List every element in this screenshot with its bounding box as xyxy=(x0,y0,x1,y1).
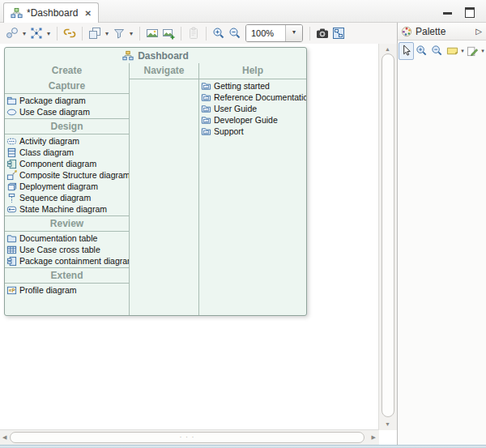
filters-button-dropdown-icon[interactable]: ▾ xyxy=(127,30,135,37)
dashboard-item[interactable]: Deployment diagram xyxy=(5,181,129,192)
copy-appearance-button-dropdown-icon[interactable]: ▾ xyxy=(103,30,111,37)
containment-icon xyxy=(6,256,17,267)
paste-button[interactable] xyxy=(185,24,202,42)
scroll-right-icon[interactable]: ▶ xyxy=(372,434,376,440)
select-tool[interactable] xyxy=(399,42,414,60)
dashboard-column-help: HelpGetting startedReference Documentati… xyxy=(198,63,306,315)
zoom-in-icon xyxy=(212,27,225,40)
dashboard-item[interactable]: Use Case diagram xyxy=(5,106,129,117)
funnel-icon xyxy=(113,27,126,40)
dashboard-item-label: Sequence diagram xyxy=(19,193,91,203)
zoom-in-button[interactable] xyxy=(211,24,227,42)
dashboard-column-navigate: Navigate xyxy=(129,63,198,315)
dashboard-item[interactable]: Use Case cross table xyxy=(5,244,129,255)
diagram-nodes-button-dropdown-icon[interactable]: ▾ xyxy=(20,30,28,37)
dashboard-item[interactable]: «PProfile diagram xyxy=(5,284,129,296)
zoom-out-button[interactable] xyxy=(227,24,243,42)
scroll-down-icon[interactable]: ▼ xyxy=(385,421,390,427)
palette-expand-icon[interactable]: ▷ xyxy=(475,27,483,36)
filters-button[interactable] xyxy=(111,24,127,42)
horizontal-scrollbar[interactable]: ◀ ▶ xyxy=(0,429,379,445)
palette-toolbar: ▾▾ xyxy=(398,41,486,61)
composite-icon xyxy=(6,170,17,181)
annotation-edit-tool[interactable] xyxy=(465,42,480,60)
dashboard-icon xyxy=(122,50,134,62)
zoom-level-combo[interactable]: 100%▾ xyxy=(245,24,303,42)
cursor-icon xyxy=(400,45,412,57)
helpfolder-icon xyxy=(201,104,211,114)
scroll-left-icon[interactable]: ◀ xyxy=(2,434,6,440)
dashboard-item[interactable]: Composite Structure diagram xyxy=(5,169,129,181)
horizontal-scrollbar-thumb[interactable] xyxy=(10,432,364,443)
section-header-design: Design xyxy=(5,119,129,134)
tab-dashboard[interactable]: *Dashboard ✕ xyxy=(3,2,99,23)
image-icon xyxy=(146,27,159,40)
palette-header[interactable]: Palette ▷ xyxy=(398,23,486,41)
camera-icon xyxy=(316,27,329,40)
svg-text:«P: «P xyxy=(9,287,16,292)
helpfolder-icon xyxy=(201,115,211,126)
tab-close-icon[interactable]: ✕ xyxy=(84,9,91,18)
annotation-edit-tool-dropdown-icon[interactable]: ▾ xyxy=(480,48,485,54)
helpfolder-icon xyxy=(201,92,211,103)
dashboard-item-label: Profile diagram xyxy=(19,285,77,295)
snapshot-button[interactable] xyxy=(314,24,330,42)
dashboard-item[interactable]: User Guide xyxy=(199,103,306,114)
vertical-scrollbar-thumb[interactable] xyxy=(382,53,394,417)
tab-title: *Dashboard xyxy=(27,7,78,19)
section-items: «PProfile diagram xyxy=(5,284,129,297)
profile-icon: «P xyxy=(6,285,17,296)
arrange-layout-button-dropdown-icon[interactable]: ▾ xyxy=(45,30,53,37)
note-tool[interactable] xyxy=(445,42,460,60)
dashboard-item-label: Activity diagram xyxy=(19,136,79,146)
dashboard-item[interactable]: Getting started xyxy=(199,80,306,92)
editor-canvas[interactable]: Dashboard CreateCapturePackage diagramUs… xyxy=(0,44,397,445)
dashboard-item-label: Reference Documentation xyxy=(214,92,306,102)
dashboard-item-label: Class diagram xyxy=(19,147,74,157)
dashboard-item[interactable]: Package containment diagram xyxy=(5,255,129,267)
usecase-icon xyxy=(6,107,17,117)
image-plus-icon xyxy=(162,27,175,40)
maximize-icon[interactable] xyxy=(465,7,475,18)
dashboard-item-label: Deployment diagram xyxy=(19,181,98,191)
section-header-extend: Extend xyxy=(5,268,129,284)
dashboard-item[interactable]: Package diagram xyxy=(5,95,129,106)
zoom-combo-dropdown-icon[interactable]: ▾ xyxy=(285,25,302,41)
vertical-scrollbar[interactable]: ▲ ▼ xyxy=(378,44,397,430)
dashboard-item[interactable]: Documentation table xyxy=(5,233,129,244)
dashboard-item[interactable]: Developer Guide xyxy=(199,114,306,126)
dashboard-item[interactable]: Sequence diagram xyxy=(5,192,129,203)
arrange-layout-button[interactable] xyxy=(28,24,45,42)
palette-zoom-in-tool[interactable] xyxy=(414,42,429,60)
paste-icon xyxy=(187,27,200,40)
dashboard-item-label: State Machine diagram xyxy=(19,204,107,214)
palette-icon xyxy=(401,26,412,37)
dashboard-item[interactable]: Reference Documentation xyxy=(199,92,306,103)
dashboard-item[interactable]: State Machine diagram xyxy=(5,203,129,215)
dashboard-column-create: CreateCapturePackage diagramUse Case dia… xyxy=(5,63,129,315)
zoom-level-value: 100% xyxy=(246,25,285,41)
dashboard-item-label: Support xyxy=(214,126,244,136)
dashboard-item-label: Documentation table xyxy=(19,233,97,243)
diagram-view-button[interactable] xyxy=(330,24,347,42)
toolbar-separator xyxy=(57,27,58,41)
helpfolder-icon xyxy=(201,126,211,137)
dashboard-item[interactable]: Support xyxy=(199,126,306,137)
diagram-nodes-button[interactable] xyxy=(4,24,20,42)
export-image-button[interactable] xyxy=(144,24,160,42)
dashboard-item[interactable]: Class diagram xyxy=(5,147,129,158)
section-items: Activity diagramClass diagramComponent d… xyxy=(5,134,129,216)
scroll-up-icon[interactable]: ▲ xyxy=(385,46,390,52)
dashboard-item[interactable]: Component diagram xyxy=(5,158,129,169)
section-items: Documentation tableUse Case cross tableP… xyxy=(5,232,129,268)
add-image-button[interactable] xyxy=(160,24,177,42)
dashboard-item-label: Package containment diagram xyxy=(19,256,129,266)
copy-appearance-button[interactable] xyxy=(87,24,103,42)
minimize-icon[interactable] xyxy=(443,10,452,18)
link-with-model-button[interactable] xyxy=(62,24,78,42)
dashboard-item[interactable]: Activity diagram xyxy=(5,135,129,147)
zoom-out-icon xyxy=(228,27,241,40)
palette-zoom-out-tool[interactable] xyxy=(429,42,445,60)
column-header-navigate: Navigate xyxy=(130,63,198,79)
column-header-help: Help xyxy=(199,63,306,79)
